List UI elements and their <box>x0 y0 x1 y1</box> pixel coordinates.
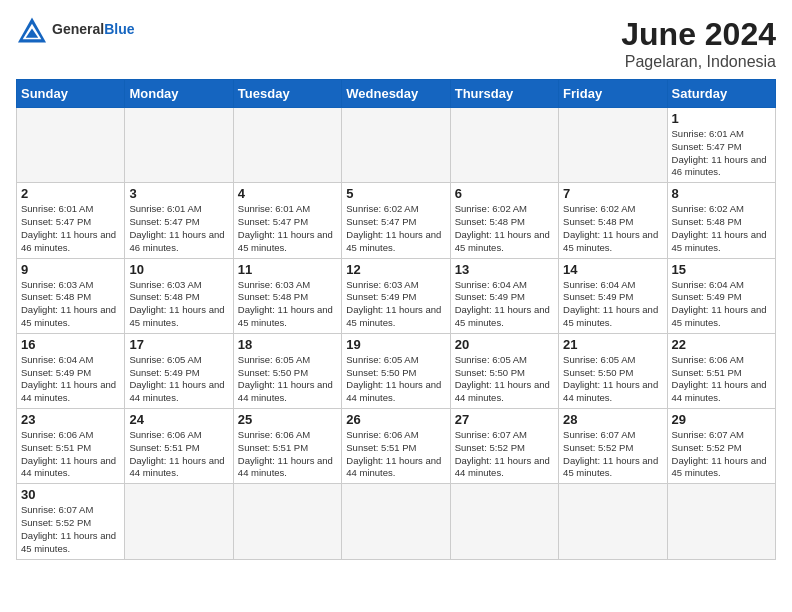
calendar-cell <box>342 484 450 559</box>
calendar-cell: 23Sunrise: 6:06 AMSunset: 5:51 PMDayligh… <box>17 409 125 484</box>
day-info: Sunrise: 6:05 AMSunset: 5:50 PMDaylight:… <box>346 354 445 405</box>
calendar-cell: 25Sunrise: 6:06 AMSunset: 5:51 PMDayligh… <box>233 409 341 484</box>
calendar-cell: 14Sunrise: 6:04 AMSunset: 5:49 PMDayligh… <box>559 258 667 333</box>
day-number: 22 <box>672 337 771 352</box>
day-info: Sunrise: 6:05 AMSunset: 5:50 PMDaylight:… <box>238 354 337 405</box>
calendar-cell: 7Sunrise: 6:02 AMSunset: 5:48 PMDaylight… <box>559 183 667 258</box>
calendar-cell: 24Sunrise: 6:06 AMSunset: 5:51 PMDayligh… <box>125 409 233 484</box>
day-number: 19 <box>346 337 445 352</box>
calendar-cell: 19Sunrise: 6:05 AMSunset: 5:50 PMDayligh… <box>342 333 450 408</box>
col-thursday: Thursday <box>450 80 558 108</box>
col-friday: Friday <box>559 80 667 108</box>
day-info: Sunrise: 6:07 AMSunset: 5:52 PMDaylight:… <box>563 429 662 480</box>
day-info: Sunrise: 6:02 AMSunset: 5:48 PMDaylight:… <box>455 203 554 254</box>
day-info: Sunrise: 6:01 AMSunset: 5:47 PMDaylight:… <box>238 203 337 254</box>
day-number: 12 <box>346 262 445 277</box>
calendar-cell <box>450 484 558 559</box>
col-sunday: Sunday <box>17 80 125 108</box>
calendar-week-2: 9Sunrise: 6:03 AMSunset: 5:48 PMDaylight… <box>17 258 776 333</box>
col-saturday: Saturday <box>667 80 775 108</box>
day-info: Sunrise: 6:01 AMSunset: 5:47 PMDaylight:… <box>129 203 228 254</box>
calendar-cell <box>125 484 233 559</box>
day-info: Sunrise: 6:05 AMSunset: 5:50 PMDaylight:… <box>455 354 554 405</box>
day-info: Sunrise: 6:04 AMSunset: 5:49 PMDaylight:… <box>455 279 554 330</box>
calendar-cell: 13Sunrise: 6:04 AMSunset: 5:49 PMDayligh… <box>450 258 558 333</box>
calendar-cell: 15Sunrise: 6:04 AMSunset: 5:49 PMDayligh… <box>667 258 775 333</box>
day-number: 29 <box>672 412 771 427</box>
day-info: Sunrise: 6:06 AMSunset: 5:51 PMDaylight:… <box>238 429 337 480</box>
day-number: 8 <box>672 186 771 201</box>
day-info: Sunrise: 6:04 AMSunset: 5:49 PMDaylight:… <box>563 279 662 330</box>
day-info: Sunrise: 6:06 AMSunset: 5:51 PMDaylight:… <box>672 354 771 405</box>
day-number: 7 <box>563 186 662 201</box>
day-info: Sunrise: 6:07 AMSunset: 5:52 PMDaylight:… <box>455 429 554 480</box>
day-info: Sunrise: 6:06 AMSunset: 5:51 PMDaylight:… <box>129 429 228 480</box>
page-header: GeneralBlue June 2024 Pagelaran, Indones… <box>16 16 776 71</box>
calendar-week-3: 16Sunrise: 6:04 AMSunset: 5:49 PMDayligh… <box>17 333 776 408</box>
col-tuesday: Tuesday <box>233 80 341 108</box>
calendar-subtitle: Pagelaran, Indonesia <box>621 53 776 71</box>
calendar-cell: 17Sunrise: 6:05 AMSunset: 5:49 PMDayligh… <box>125 333 233 408</box>
day-number: 23 <box>21 412 120 427</box>
calendar-cell <box>17 108 125 183</box>
calendar-cell <box>559 108 667 183</box>
day-number: 18 <box>238 337 337 352</box>
day-number: 30 <box>21 487 120 502</box>
calendar-table: Sunday Monday Tuesday Wednesday Thursday… <box>16 79 776 560</box>
calendar-cell: 21Sunrise: 6:05 AMSunset: 5:50 PMDayligh… <box>559 333 667 408</box>
calendar-cell: 27Sunrise: 6:07 AMSunset: 5:52 PMDayligh… <box>450 409 558 484</box>
calendar-cell: 3Sunrise: 6:01 AMSunset: 5:47 PMDaylight… <box>125 183 233 258</box>
calendar-cell <box>233 484 341 559</box>
day-info: Sunrise: 6:03 AMSunset: 5:48 PMDaylight:… <box>21 279 120 330</box>
calendar-cell: 5Sunrise: 6:02 AMSunset: 5:47 PMDaylight… <box>342 183 450 258</box>
day-info: Sunrise: 6:03 AMSunset: 5:48 PMDaylight:… <box>238 279 337 330</box>
day-number: 16 <box>21 337 120 352</box>
day-number: 11 <box>238 262 337 277</box>
day-info: Sunrise: 6:06 AMSunset: 5:51 PMDaylight:… <box>21 429 120 480</box>
day-info: Sunrise: 6:02 AMSunset: 5:48 PMDaylight:… <box>563 203 662 254</box>
day-info: Sunrise: 6:04 AMSunset: 5:49 PMDaylight:… <box>672 279 771 330</box>
day-number: 21 <box>563 337 662 352</box>
col-monday: Monday <box>125 80 233 108</box>
day-number: 3 <box>129 186 228 201</box>
calendar-cell: 16Sunrise: 6:04 AMSunset: 5:49 PMDayligh… <box>17 333 125 408</box>
calendar-cell: 30Sunrise: 6:07 AMSunset: 5:52 PMDayligh… <box>17 484 125 559</box>
day-number: 6 <box>455 186 554 201</box>
title-block: June 2024 Pagelaran, Indonesia <box>621 16 776 71</box>
day-info: Sunrise: 6:06 AMSunset: 5:51 PMDaylight:… <box>346 429 445 480</box>
day-info: Sunrise: 6:01 AMSunset: 5:47 PMDaylight:… <box>672 128 771 179</box>
day-number: 9 <box>21 262 120 277</box>
col-wednesday: Wednesday <box>342 80 450 108</box>
day-number: 10 <box>129 262 228 277</box>
day-number: 13 <box>455 262 554 277</box>
calendar-cell: 20Sunrise: 6:05 AMSunset: 5:50 PMDayligh… <box>450 333 558 408</box>
day-number: 17 <box>129 337 228 352</box>
calendar-header-row: Sunday Monday Tuesday Wednesday Thursday… <box>17 80 776 108</box>
day-number: 1 <box>672 111 771 126</box>
calendar-cell: 11Sunrise: 6:03 AMSunset: 5:48 PMDayligh… <box>233 258 341 333</box>
day-info: Sunrise: 6:05 AMSunset: 5:50 PMDaylight:… <box>563 354 662 405</box>
day-info: Sunrise: 6:02 AMSunset: 5:48 PMDaylight:… <box>672 203 771 254</box>
calendar-cell: 6Sunrise: 6:02 AMSunset: 5:48 PMDaylight… <box>450 183 558 258</box>
calendar-week-4: 23Sunrise: 6:06 AMSunset: 5:51 PMDayligh… <box>17 409 776 484</box>
calendar-title: June 2024 <box>621 16 776 53</box>
calendar-cell: 8Sunrise: 6:02 AMSunset: 5:48 PMDaylight… <box>667 183 775 258</box>
calendar-cell: 28Sunrise: 6:07 AMSunset: 5:52 PMDayligh… <box>559 409 667 484</box>
calendar-week-1: 2Sunrise: 6:01 AMSunset: 5:47 PMDaylight… <box>17 183 776 258</box>
logo: GeneralBlue <box>16 16 134 44</box>
day-info: Sunrise: 6:05 AMSunset: 5:49 PMDaylight:… <box>129 354 228 405</box>
day-info: Sunrise: 6:07 AMSunset: 5:52 PMDaylight:… <box>21 504 120 555</box>
day-info: Sunrise: 6:01 AMSunset: 5:47 PMDaylight:… <box>21 203 120 254</box>
day-number: 2 <box>21 186 120 201</box>
calendar-cell: 22Sunrise: 6:06 AMSunset: 5:51 PMDayligh… <box>667 333 775 408</box>
calendar-cell: 2Sunrise: 6:01 AMSunset: 5:47 PMDaylight… <box>17 183 125 258</box>
day-number: 25 <box>238 412 337 427</box>
calendar-cell <box>125 108 233 183</box>
day-number: 24 <box>129 412 228 427</box>
day-number: 28 <box>563 412 662 427</box>
calendar-cell <box>342 108 450 183</box>
calendar-week-5: 30Sunrise: 6:07 AMSunset: 5:52 PMDayligh… <box>17 484 776 559</box>
day-info: Sunrise: 6:03 AMSunset: 5:48 PMDaylight:… <box>129 279 228 330</box>
calendar-cell: 4Sunrise: 6:01 AMSunset: 5:47 PMDaylight… <box>233 183 341 258</box>
calendar-cell: 26Sunrise: 6:06 AMSunset: 5:51 PMDayligh… <box>342 409 450 484</box>
